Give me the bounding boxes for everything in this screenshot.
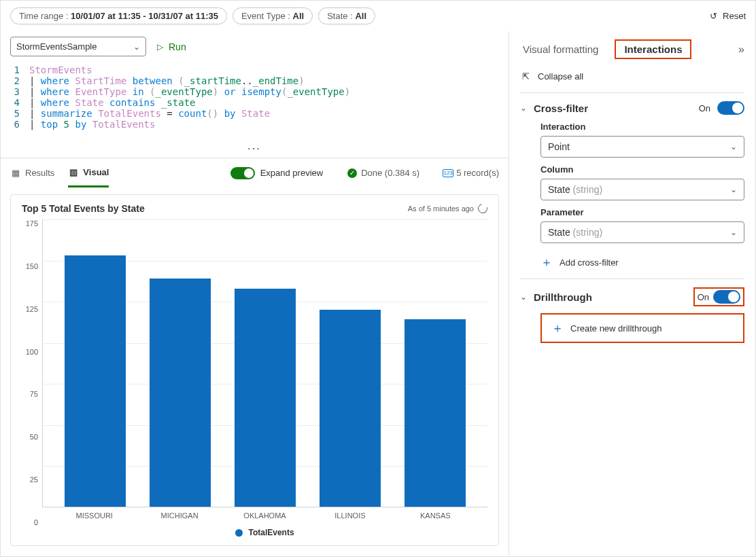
drillthrough-title: Drillthrough [534, 291, 687, 303]
collapse-icon: ⇱ [520, 71, 531, 82]
records-icon: 123 [443, 169, 453, 177]
plus-icon: ＋ [540, 254, 553, 270]
y-axis: 175 150 125 100 75 50 25 0 [22, 219, 42, 540]
parameter-select[interactable]: State (string) ⌄ [540, 221, 744, 243]
chevron-down-icon: ⌄ [730, 228, 737, 237]
resizer-handle[interactable]: ··· [1, 142, 509, 158]
expand-panel-icon[interactable]: » [738, 43, 744, 56]
gutter: 3 [1, 86, 29, 97]
drillthrough-toggle[interactable] [713, 290, 740, 304]
cross-filter-toggle[interactable] [717, 101, 744, 115]
datasource-select[interactable]: StormEventsSample ⌄ [10, 37, 146, 56]
tab-results[interactable]: ▦ Results [10, 168, 54, 178]
state-pill[interactable]: State : All [318, 7, 375, 24]
tab-visual-label: Visual [83, 167, 109, 177]
reset-button[interactable]: ↺ Reset [708, 11, 746, 21]
run-button[interactable]: ▷ Run [157, 41, 186, 52]
chart-title: Top 5 Total Events by State [22, 203, 145, 214]
add-cross-filter-button[interactable]: ＋ Add cross-filter [540, 250, 744, 274]
expand-preview-label: Expand preview [260, 168, 324, 178]
x-tick: MISSOURI [52, 511, 137, 520]
parameter-label: Parameter [540, 207, 744, 217]
x-tick: ILLINOIS [307, 511, 392, 520]
create-drillthrough-label: Create new drillthrough [570, 323, 662, 334]
time-range-label: Time range : [19, 11, 71, 21]
column-select[interactable]: State (string) ⌄ [540, 179, 744, 200]
tab-interactions[interactable]: Interactions [615, 39, 691, 59]
x-tick: OKLAHOMA [222, 511, 307, 520]
state-value: All [355, 11, 366, 21]
gutter: 6 [1, 119, 29, 130]
chevron-down-icon: ⌄ [730, 142, 737, 151]
bar-michigan[interactable] [137, 219, 222, 507]
plus-icon: ＋ [551, 320, 564, 336]
event-type-label: Event Type : [241, 11, 293, 21]
time-range-pill[interactable]: Time range : 10/01/07 at 11:35 - 10/31/0… [10, 7, 227, 24]
datasource-value: StormEventsSample [16, 41, 97, 52]
gutter: 1 [1, 65, 29, 75]
reset-icon: ↺ [708, 11, 719, 21]
table-icon: ▦ [10, 168, 21, 178]
records-label: 5 record(s) [456, 168, 499, 178]
chart-plot-area [42, 219, 487, 507]
column-label: Column [540, 164, 744, 175]
tab-visual[interactable]: ▥ Visual [68, 158, 109, 187]
column-value: State [548, 184, 573, 195]
chart-legend: TotalEvents [42, 520, 487, 540]
run-label: Run [169, 41, 186, 52]
gutter: 4 [1, 97, 29, 108]
legend-label: TotalEvents [248, 528, 294, 537]
reset-label: Reset [723, 11, 746, 21]
as-of-label: As of 5 minutes ago [408, 204, 474, 213]
interaction-label: Interaction [540, 122, 744, 132]
parameter-value: State [548, 227, 573, 238]
event-type-pill[interactable]: Event Type : All [233, 7, 313, 24]
bar-illinois[interactable] [308, 219, 393, 507]
gutter: 5 [1, 108, 29, 119]
query-editor[interactable]: 1 StormEvents 2 | where StartTime betwee… [1, 60, 509, 142]
bar-kansas[interactable] [393, 219, 478, 507]
state-label: State : [327, 11, 355, 21]
x-tick: MICHIGAN [137, 511, 222, 520]
legend-dot-icon [235, 529, 243, 537]
bar-oklahoma[interactable] [222, 219, 307, 507]
bar-missouri[interactable] [52, 219, 137, 507]
x-axis: MISSOURIMICHIGANOKLAHOMAILLINOISKANSAS [42, 507, 487, 520]
drillthrough-on-label: On [698, 292, 709, 302]
collapse-all-button[interactable]: ⇱ Collapse all [520, 59, 744, 88]
add-cross-filter-label: Add cross-filter [560, 257, 619, 268]
tab-results-label: Results [25, 168, 54, 178]
collapse-all-label: Collapse all [538, 71, 583, 82]
chevron-down-icon: ⌄ [133, 42, 140, 52]
chevron-down-icon: ⌄ [730, 185, 737, 194]
time-range-value: 10/01/07 at 11:35 - 10/31/07 at 11:35 [71, 11, 218, 21]
chart-icon: ▥ [68, 167, 79, 177]
expand-preview-toggle[interactable] [230, 167, 255, 179]
chevron-down-icon[interactable]: ⌄ [520, 292, 527, 302]
check-icon: ✓ [347, 168, 357, 178]
x-tick: KANSAS [393, 511, 478, 520]
tab-visual-formatting[interactable]: Visual formatting [520, 39, 601, 59]
play-icon: ▷ [157, 42, 163, 52]
chevron-down-icon[interactable]: ⌄ [520, 103, 527, 113]
cross-filter-on-label: On [699, 103, 710, 113]
done-label: Done (0.384 s) [361, 168, 419, 178]
interaction-value: Point [548, 141, 570, 152]
gutter: 2 [1, 75, 29, 86]
filter-bar: Time range : 10/01/07 at 11:35 - 10/31/0… [1, 1, 755, 31]
create-drillthrough-button[interactable]: ＋ Create new drillthrough [540, 313, 744, 343]
refresh-icon[interactable] [476, 202, 489, 215]
event-type-value: All [293, 11, 305, 21]
chart-card: Top 5 Total Events by State As of 5 minu… [10, 194, 499, 546]
cross-filter-title: Cross-filter [534, 103, 692, 114]
interaction-select[interactable]: Point ⌄ [540, 136, 744, 158]
